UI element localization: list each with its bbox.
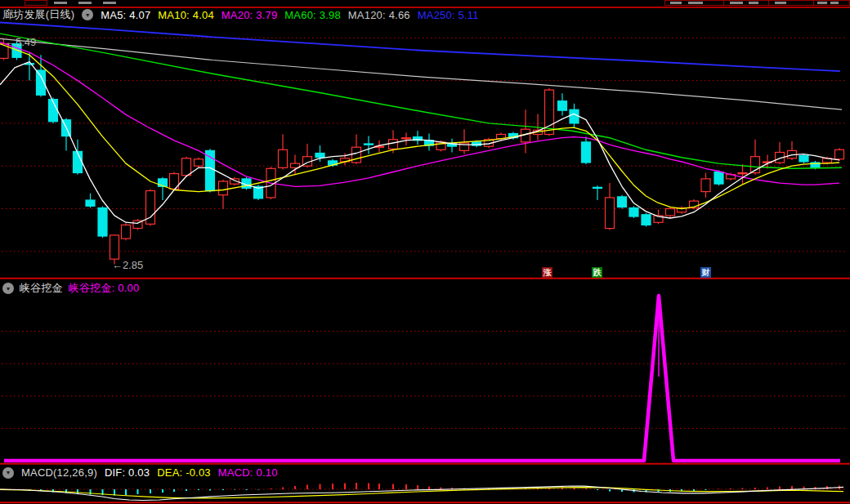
toolbar-glyph-artifact <box>730 2 743 4</box>
chart-canvas[interactable] <box>0 0 850 504</box>
macd-panel-canvas[interactable] <box>0 483 848 501</box>
marker-rise-icon[interactable]: 涨 <box>542 267 552 278</box>
toolbar-glyph-artifact <box>688 2 703 4</box>
ma20-label: MA20: 3.79 <box>221 9 278 21</box>
toolbar-glyph-artifact <box>670 2 682 4</box>
marker-wealth-icon[interactable]: 财 <box>700 267 711 278</box>
macd-panel-header: ▼ MACD(12,26,9) DIF: 0.03 DEA: -0.03 MAC… <box>2 466 278 479</box>
ma5-label: MA5: 4.07 <box>101 9 150 21</box>
ma10-label: MA10: 4.04 <box>158 9 214 21</box>
chevron-down-icon[interactable]: ▼ <box>2 467 14 479</box>
main-chart-header: 廊坊发展(日线) ▼ MA5: 4.07 MA10: 4.04 MA20: 3.… <box>2 7 479 22</box>
stock-title: 廊坊发展(日线) <box>2 7 74 22</box>
low-price-label: ←2.85 <box>112 259 143 271</box>
toolbar-glyph-artifact <box>78 2 92 4</box>
ma250-label: MA250: 5.11 <box>418 9 479 21</box>
marker-fall-icon[interactable]: 跌 <box>592 267 602 278</box>
indicator-panel-canvas[interactable] <box>2 296 848 461</box>
toolbar-glyph-artifact <box>817 2 827 4</box>
toolbar-glyph-artifact <box>830 2 839 4</box>
dea-label: DEA: -0.03 <box>157 466 211 479</box>
toolbar-glyph-artifact <box>103 2 116 4</box>
chevron-down-icon[interactable]: ▼ <box>82 9 93 20</box>
dif-label: DIF: 0.03 <box>105 466 150 479</box>
indicator-panel-header: ▼ 峡谷挖金 峡谷挖金: 0.00 <box>2 281 139 296</box>
indicator-value-label: 峡谷挖金: 0.00 <box>69 281 140 296</box>
toolbar-fragment[interactable] <box>25 0 47 6</box>
ma60-label: MA60: 3.98 <box>284 9 341 21</box>
indicator-name: 峡谷挖金 <box>20 281 63 296</box>
macd-name: MACD(12,26,9) <box>21 466 97 479</box>
chevron-down-icon[interactable]: ▼ <box>2 283 14 294</box>
ma120-label: MA120: 4.66 <box>348 9 410 21</box>
high-price-label: ←5.49 <box>5 36 36 48</box>
main-price-panel[interactable] <box>0 23 848 265</box>
macd-label: MACD: 0.10 <box>218 466 278 479</box>
toolbar-glyph-artifact <box>775 2 786 4</box>
toolbar-glyph-artifact <box>54 2 67 4</box>
toolbar-glyph-artifact <box>749 2 758 4</box>
